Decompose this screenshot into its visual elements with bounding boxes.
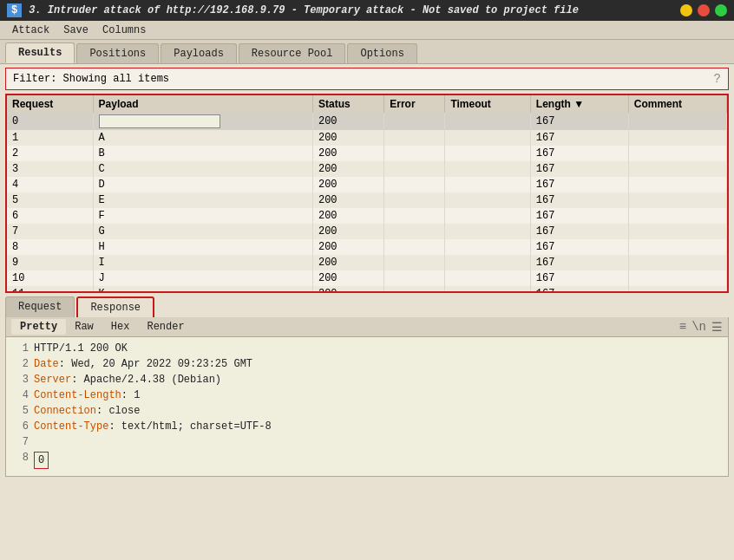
wrap-icon[interactable]: \n [691, 320, 706, 335]
tab-payloads[interactable]: Payloads [161, 43, 237, 63]
cell-error [384, 224, 445, 239]
format-hex[interactable]: Hex [102, 319, 139, 335]
cell-length: 167 [530, 146, 628, 161]
cell-request: 11 [7, 286, 93, 293]
line-number: 2 [13, 356, 29, 372]
col-request[interactable]: Request [7, 95, 93, 113]
results-table: Request Payload Status Error Timeout Len… [7, 95, 727, 293]
table-row[interactable]: 7G200167 [7, 224, 727, 239]
response-panel: Pretty Raw Hex Render ≡ \n ☰ 1HTTP/1.1 2… [5, 317, 729, 477]
filter-lines-icon[interactable]: ≡ [679, 320, 686, 335]
cell-length: 167 [530, 177, 628, 192]
col-comment[interactable]: Comment [628, 95, 726, 113]
table-row[interactable]: 2B200167 [7, 146, 727, 161]
cell-length: 167 [530, 208, 628, 224]
cell-status: 200 [312, 286, 383, 293]
help-icon[interactable]: ? [714, 72, 721, 86]
cell-length: 167 [530, 239, 628, 255]
line-number: 5 [13, 403, 29, 419]
col-payload[interactable]: Payload [93, 95, 312, 113]
table-row[interactable]: 6F200167 [7, 208, 727, 224]
cell-payload: A [93, 130, 312, 146]
maximize-button[interactable] [715, 4, 727, 16]
cell-error [384, 286, 445, 293]
cell-error [384, 208, 445, 224]
cell-status: 200 [312, 177, 383, 192]
response-content: 1HTTP/1.1 200 OK2Date: Wed, 20 Apr 2022 … [6, 337, 728, 476]
cell-timeout [445, 177, 530, 192]
cell-payload: B [93, 146, 312, 161]
close-button[interactable] [698, 4, 710, 16]
cell-comment [628, 177, 726, 192]
cell-comment [628, 146, 726, 161]
cell-request: 4 [7, 177, 93, 192]
minimize-button[interactable] [680, 4, 692, 16]
tab-response[interactable]: Response [76, 296, 154, 317]
table-row[interactable]: 5E200167 [7, 192, 727, 208]
cell-timeout [445, 239, 530, 255]
more-icon[interactable]: ☰ [711, 320, 723, 335]
cell-status: 200 [312, 130, 383, 146]
cell-comment [628, 255, 726, 270]
payload-input[interactable] [99, 114, 220, 128]
response-line: 80 [13, 450, 721, 469]
table-row[interactable]: 0200167 [7, 113, 727, 130]
format-raw[interactable]: Raw [66, 319, 102, 335]
table-row[interactable]: 11K200167 [7, 286, 727, 293]
response-line: 3Server: Apache/2.4.38 (Debian) [13, 372, 721, 387]
line-number: 3 [13, 372, 29, 387]
tab-resource-pool[interactable]: Resource Pool [239, 43, 346, 63]
table-row[interactable]: 1A200167 [7, 130, 727, 146]
menu-attack[interactable]: Attack [5, 23, 56, 38]
cell-status: 200 [312, 192, 383, 208]
line-text: Server: Apache/2.4.38 (Debian) [34, 372, 221, 387]
table-row[interactable]: 8H200167 [7, 239, 727, 255]
format-tab-bar: Pretty Raw Hex Render ≡ \n ☰ [6, 317, 728, 337]
cell-request: 1 [7, 130, 93, 146]
tab-positions[interactable]: Positions [76, 43, 159, 63]
cell-comment [628, 224, 726, 239]
cell-timeout [445, 192, 530, 208]
cell-status: 200 [312, 270, 383, 286]
menu-save[interactable]: Save [56, 23, 95, 38]
title-bar: $ 3. Intruder attack of http://192.168.9… [0, 0, 734, 21]
cell-length: 167 [530, 224, 628, 239]
tab-results[interactable]: Results [5, 42, 75, 63]
cell-payload: J [93, 270, 312, 286]
table-row[interactable]: 3C200167 [7, 161, 727, 177]
line-text: HTTP/1.1 200 OK [34, 341, 128, 356]
window-controls [680, 4, 727, 16]
response-body-value: 0 [34, 452, 49, 469]
menu-columns[interactable]: Columns [95, 23, 153, 38]
format-icons: ≡ \n ☰ [679, 320, 723, 335]
cell-status: 200 [312, 255, 383, 270]
response-line: 5Connection: close [13, 403, 721, 419]
cell-status: 200 [312, 224, 383, 239]
cell-timeout [445, 161, 530, 177]
cell-timeout [445, 130, 530, 146]
cell-comment [628, 286, 726, 293]
table-row[interactable]: 10J200167 [7, 270, 727, 286]
col-error[interactable]: Error [384, 95, 445, 113]
line-text: Content-Length: 1 [34, 387, 140, 403]
cell-request: 2 [7, 146, 93, 161]
cell-status: 200 [312, 161, 383, 177]
results-table-container[interactable]: Request Payload Status Error Timeout Len… [5, 94, 729, 293]
format-render[interactable]: Render [138, 319, 193, 335]
cell-payload: F [93, 208, 312, 224]
table-row[interactable]: 9I200167 [7, 255, 727, 270]
cell-request: 3 [7, 161, 93, 177]
line-text: Connection: close [34, 403, 140, 419]
table-row[interactable]: 4D200167 [7, 177, 727, 192]
response-line: 6Content-Type: text/html; charset=UTF-8 [13, 419, 721, 434]
cell-error [384, 255, 445, 270]
tab-request[interactable]: Request [5, 296, 75, 317]
col-timeout[interactable]: Timeout [445, 95, 530, 113]
format-pretty[interactable]: Pretty [11, 319, 66, 335]
col-status[interactable]: Status [312, 95, 383, 113]
cell-error [384, 161, 445, 177]
main-tab-bar: Results Positions Payloads Resource Pool… [0, 40, 734, 64]
cell-comment [628, 113, 726, 130]
tab-options[interactable]: Options [347, 43, 416, 63]
col-length[interactable]: Length ▼ [530, 95, 628, 113]
